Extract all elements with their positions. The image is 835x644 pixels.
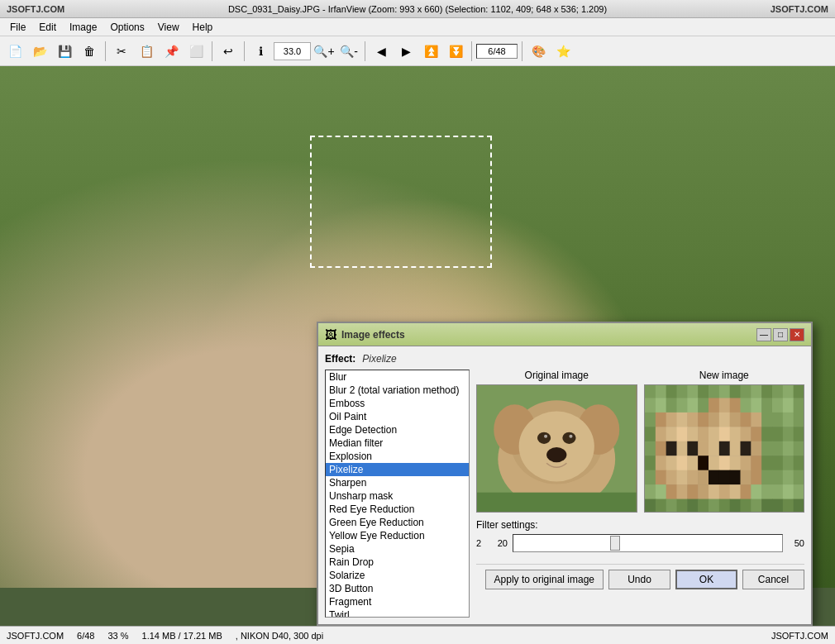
effects-list[interactable]: BlurBlur 2 (total variation method)Embos… [325, 370, 470, 618]
original-image-preview [476, 384, 637, 513]
toolbar-effects[interactable]: 🎨 [527, 41, 550, 62]
effects-list-item[interactable]: Explosion [326, 450, 469, 463]
cancel-button[interactable]: Cancel [742, 570, 804, 589]
filter-settings-label: Filter settings: [476, 519, 804, 531]
status-zoom: 33 % [107, 631, 128, 641]
effects-list-item[interactable]: Median filter [326, 436, 469, 450]
menu-options[interactable]: Options [103, 20, 150, 35]
svg-rect-12 [645, 385, 656, 398]
effects-list-item[interactable]: Blur 2 (total variation method) [326, 384, 469, 397]
toolbar-erase[interactable]: ⬜ [184, 41, 208, 62]
effects-list-item[interactable]: Rain Drop [326, 556, 469, 569]
svg-rect-33 [709, 398, 719, 413]
toolbar-sep-2 [212, 41, 212, 61]
effects-list-item[interactable]: Green Eye Reduction [326, 516, 469, 529]
effects-list-item[interactable]: Edge Detection [326, 423, 469, 436]
toolbar-star[interactable]: ⭐ [551, 41, 575, 62]
toolbar-copy[interactable]: 📋 [135, 41, 158, 62]
svg-rect-91 [687, 456, 698, 470]
zoom-in-btn[interactable]: 🔍+ [313, 41, 336, 62]
nav-first-btn[interactable]: ⏫ [419, 41, 442, 62]
menu-view[interactable]: View [151, 20, 186, 35]
svg-rect-66 [740, 427, 751, 441]
svg-rect-18 [709, 385, 719, 398]
svg-rect-32 [698, 398, 709, 413]
svg-rect-110 [729, 470, 740, 485]
menu-image[interactable]: Image [63, 20, 103, 35]
svg-rect-139 [718, 499, 729, 512]
svg-rect-41 [793, 398, 804, 413]
nav-prev-btn[interactable]: ◀ [370, 41, 393, 62]
svg-rect-28 [655, 398, 666, 413]
toolbar-save[interactable]: 💾 [53, 41, 76, 62]
nav-last-btn[interactable]: ⏬ [444, 41, 467, 62]
toolbar-new[interactable]: 📄 [3, 41, 26, 62]
dialog-minimize-btn[interactable]: — [756, 328, 771, 341]
effects-list-item[interactable]: Solarize [326, 569, 469, 582]
svg-rect-53 [761, 413, 772, 427]
svg-rect-135 [676, 499, 687, 512]
svg-rect-112 [751, 470, 761, 485]
svg-rect-21 [740, 385, 751, 398]
svg-rect-80 [729, 441, 740, 456]
undo-button[interactable]: Undo [608, 570, 670, 589]
effects-list-item[interactable]: Unsharp mask [326, 489, 469, 503]
effects-list-item[interactable]: Blur [326, 370, 469, 384]
svg-rect-126 [740, 484, 751, 499]
apply-original-button[interactable]: Apply to original image [485, 570, 604, 589]
effects-list-item[interactable]: 3D Button [326, 582, 469, 595]
svg-rect-42 [645, 413, 656, 427]
toolbar-info[interactable]: ℹ [249, 41, 272, 62]
zoom-input[interactable] [274, 42, 311, 60]
svg-rect-59 [666, 427, 676, 441]
effects-list-item[interactable]: Fragment [326, 595, 469, 608]
svg-rect-101 [793, 456, 804, 470]
svg-rect-92 [698, 456, 709, 470]
menu-help[interactable]: Help [186, 20, 220, 35]
effects-list-item[interactable]: Pixelize [326, 463, 469, 476]
toolbar-delete[interactable]: 🗑 [78, 41, 101, 62]
svg-rect-141 [740, 499, 751, 512]
svg-rect-146 [793, 499, 804, 512]
effects-list-item[interactable]: Oil Paint [326, 410, 469, 423]
zoom-out-btn[interactable]: 🔍- [337, 41, 360, 62]
svg-rect-84 [772, 441, 783, 456]
toolbar-paste[interactable]: 📌 [160, 41, 183, 62]
effects-list-item[interactable]: Twirl [326, 608, 469, 618]
dialog-maximize-btn[interactable]: □ [773, 328, 788, 341]
effects-list-item[interactable]: Red Eye Reduction [326, 503, 469, 516]
effects-list-item[interactable]: Yellow Eye Reduction [326, 529, 469, 542]
svg-rect-70 [782, 427, 793, 441]
svg-rect-77 [698, 441, 709, 456]
svg-rect-109 [718, 470, 729, 485]
effects-list-item[interactable]: Emboss [326, 397, 469, 410]
svg-point-9 [569, 435, 572, 438]
nav-next-btn[interactable]: ▶ [394, 41, 418, 62]
title-bar-logo-right: JSOFTJ.COM [771, 4, 828, 14]
filter-slider[interactable] [513, 534, 783, 552]
svg-rect-145 [782, 499, 793, 512]
svg-rect-132 [645, 499, 656, 512]
effects-list-item[interactable]: Sharpen [326, 476, 469, 489]
effects-list-item[interactable]: Sepia [326, 542, 469, 556]
dialog-close-btn[interactable]: ✕ [790, 328, 804, 341]
svg-rect-62 [698, 427, 709, 441]
svg-rect-58 [655, 427, 666, 441]
menu-edit[interactable]: Edit [32, 20, 63, 35]
menu-file[interactable]: File [3, 20, 32, 35]
filter-min-value: 2 [476, 538, 486, 548]
toolbar-undo-nav[interactable]: ↩ [217, 41, 240, 62]
svg-rect-79 [718, 441, 729, 456]
svg-rect-55 [782, 413, 793, 427]
svg-rect-19 [718, 385, 729, 398]
dialog-title-left: 🖼 Image effects [325, 328, 405, 341]
toolbar-cut[interactable]: ✂ [110, 41, 133, 62]
ok-button[interactable]: OK [675, 570, 737, 589]
svg-rect-16 [687, 385, 698, 398]
toolbar-open[interactable]: 📂 [28, 41, 51, 62]
svg-rect-138 [709, 499, 719, 512]
svg-rect-88 [655, 456, 666, 470]
svg-rect-99 [772, 456, 783, 470]
menu-bar: File Edit Image Options View Help [0, 18, 835, 36]
svg-rect-71 [793, 427, 804, 441]
